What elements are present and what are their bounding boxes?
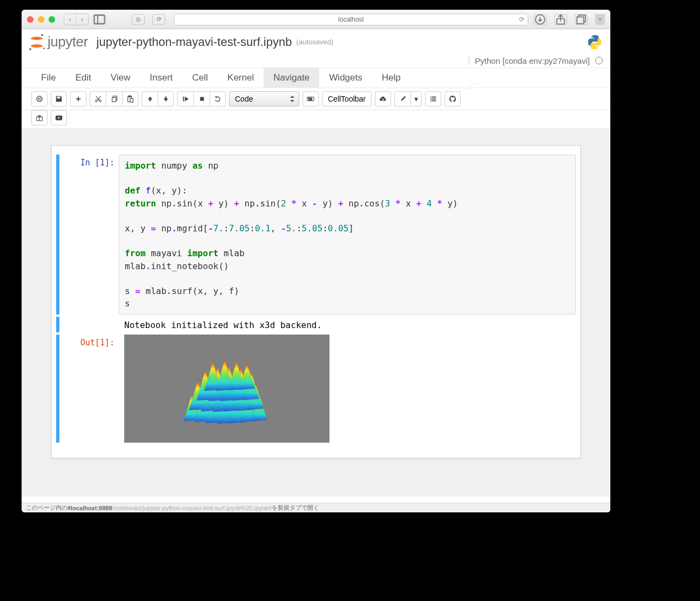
downloads-button[interactable]: [534, 14, 547, 25]
move-up-button[interactable]: [142, 91, 158, 106]
svg-point-8: [99, 100, 101, 102]
jupyter-header: jupyter jupyter-python-mayavi-test-surf.…: [22, 29, 610, 52]
maximize-window-button[interactable]: [49, 16, 55, 23]
jupyter-logo[interactable]: jupyter: [29, 34, 88, 50]
svg-rect-9: [112, 97, 116, 102]
mayavi-surf-output[interactable]: [124, 335, 329, 443]
svg-rect-26: [430, 101, 432, 102]
svg-point-6: [38, 98, 41, 100]
status-text-pre: このページ内の: [26, 504, 68, 512]
svg-rect-24: [430, 98, 432, 99]
code-input[interactable]: import numpy as np def f(x, y): return n…: [119, 155, 576, 315]
menu-widgets[interactable]: Widgets: [319, 68, 372, 88]
svg-rect-16: [200, 97, 204, 101]
paste-button[interactable]: [122, 91, 138, 106]
svg-rect-22: [430, 97, 432, 98]
browser-chrome: ‹ › ◎ ⟳ localhost ⟳ +: [22, 10, 610, 29]
svg-rect-21: [309, 99, 312, 100]
interrupt-button[interactable]: [193, 91, 210, 106]
browser-window: ‹ › ◎ ⟳ localhost ⟳ +: [22, 10, 610, 512]
python-logo-icon[interactable]: [587, 34, 603, 50]
svg-rect-19: [309, 98, 311, 98]
svg-rect-0: [95, 15, 105, 24]
brush-button[interactable]: [394, 91, 410, 106]
cut-button[interactable]: [90, 91, 106, 106]
menu-kernel[interactable]: Kernel: [218, 68, 264, 88]
kernel-name[interactable]: Python [conda env:py27mayavi]: [475, 56, 590, 65]
status-text-path: /notebooks/jupyter-python-mayavi-test-su…: [112, 505, 272, 511]
svg-rect-27: [432, 101, 436, 102]
save-button[interactable]: [31, 91, 48, 106]
menu-view[interactable]: View: [101, 68, 140, 88]
menu-edit[interactable]: Edit: [65, 68, 100, 88]
menu-help[interactable]: Help: [372, 68, 410, 88]
svg-rect-23: [432, 97, 436, 98]
copy-button[interactable]: [106, 91, 122, 106]
status-text-host: #localhost:8888: [68, 505, 112, 511]
svg-rect-13: [149, 99, 151, 101]
notebook-area: In [1]: import numpy as np def f(x, y): …: [22, 129, 610, 497]
insert-cell-button[interactable]: [70, 91, 86, 106]
forward-button[interactable]: ›: [76, 14, 88, 25]
svg-rect-14: [165, 97, 167, 99]
cell-toolbar-button[interactable]: CellToolbar: [322, 91, 372, 106]
menu-insert[interactable]: Insert: [140, 68, 183, 88]
cloud-upload-button[interactable]: [375, 91, 391, 106]
toolbar-grip-icon: ⋰: [468, 83, 473, 89]
menu-cell[interactable]: Cell: [183, 68, 218, 88]
run-button[interactable]: [177, 91, 193, 106]
menu-file[interactable]: File: [31, 68, 65, 88]
status-text-post: を新規タブで開く: [272, 504, 319, 512]
code-cell[interactable]: In [1]: import numpy as np def f(x, y): …: [56, 155, 576, 315]
svg-rect-12: [130, 98, 133, 102]
github-button[interactable]: [445, 91, 461, 106]
move-down-button[interactable]: [158, 91, 174, 106]
toolbar: Code CellToolbar ▾: [22, 88, 610, 110]
kernel-status-icon: [595, 57, 603, 64]
extension-buttons: ◎ ⟳: [132, 14, 170, 25]
close-window-button[interactable]: [27, 16, 33, 23]
jupyter-logo-text: jupyter: [48, 34, 88, 50]
extension-button-2[interactable]: ⟳: [152, 14, 165, 25]
output-display-row: Out[1]:: [56, 335, 576, 443]
cell-type-select[interactable]: Code: [229, 91, 299, 106]
command-palette-button[interactable]: [302, 91, 319, 106]
restart-button[interactable]: [210, 91, 226, 106]
traffic-lights: [27, 16, 55, 23]
new-tab-button[interactable]: +: [595, 14, 605, 25]
back-button[interactable]: ‹: [64, 14, 76, 25]
reload-icon[interactable]: ⟳: [519, 16, 524, 23]
jupyter-logo-icon: [29, 35, 44, 50]
gift-button[interactable]: [31, 110, 48, 125]
svg-rect-18: [308, 98, 309, 98]
share-button[interactable]: [554, 14, 567, 25]
sidebar-toggle-button[interactable]: [93, 14, 106, 25]
brush-dropdown-button[interactable]: ▾: [410, 91, 422, 106]
minimize-window-button[interactable]: [38, 16, 44, 23]
nav-buttons: ‹ ›: [64, 14, 89, 25]
kernel-indicator-row: Python [conda env:py27mayavi]: [22, 52, 610, 68]
notebook-container: In [1]: import numpy as np def f(x, y): …: [51, 145, 581, 458]
extension-button-1[interactable]: ◎: [132, 14, 145, 25]
menu-navigate[interactable]: Navigate: [264, 68, 319, 88]
autosave-label: (autosaved): [296, 38, 333, 46]
save-checkpoint-button[interactable]: [51, 91, 67, 106]
svg-rect-4: [577, 17, 584, 24]
tabs-button[interactable]: [575, 14, 588, 25]
notebook-name[interactable]: jupyter-python-mayavi-test-surf.ipynb: [97, 35, 292, 49]
output-area: [119, 335, 576, 443]
menubar: File Edit View Insert Cell Kernel Naviga…: [22, 68, 610, 88]
status-bar: このページ内の#localhost:8888/notebooks/jupyter…: [22, 503, 610, 512]
input-prompt: In [1]:: [59, 155, 119, 315]
stdout-output: Notebook initialized with x3d backend.: [119, 317, 576, 332]
surf-plot-icon: [173, 356, 286, 435]
output-prompt: Out[1]:: [59, 335, 119, 443]
output-text-row: Notebook initialized with x3d backend.: [56, 317, 576, 332]
svg-rect-15: [183, 97, 184, 102]
svg-rect-25: [432, 98, 436, 99]
youtube-button[interactable]: [51, 110, 67, 125]
url-bar[interactable]: localhost ⟳: [174, 14, 528, 25]
toc-button[interactable]: [425, 91, 441, 106]
toolbar-row-2: [22, 110, 610, 129]
url-text: localhost: [338, 16, 364, 23]
